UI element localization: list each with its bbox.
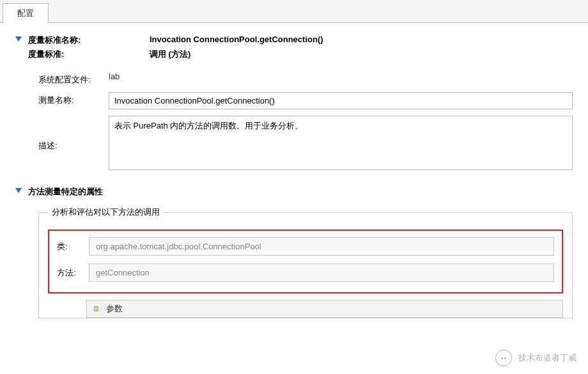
row-class: 类: xyxy=(57,237,554,256)
fieldset-legend: 分析和评估对以下方法的调用 xyxy=(48,206,164,218)
watermark-text: 技术布道者丁威 xyxy=(518,352,576,364)
measure-name-label: 测量名称: xyxy=(38,92,109,106)
content-area: 度量标准名称: Invocation ConnectionPool.getCon… xyxy=(0,23,588,318)
metric-value: 调用 (方法) xyxy=(150,49,323,60)
description-textarea[interactable] xyxy=(109,116,573,170)
params-column-label: 参数 xyxy=(106,303,123,315)
class-label: 类: xyxy=(57,241,89,253)
tab-config[interactable]: 配置 xyxy=(3,3,49,23)
metric-name-value: Invocation ConnectionPool.getConnection(… xyxy=(150,35,323,46)
method-label: 方法: xyxy=(57,267,89,279)
tab-bar: 配置 xyxy=(0,0,588,23)
system-profile-label: 系统配置文件: xyxy=(38,72,109,86)
measure-name-input[interactable] xyxy=(109,92,573,109)
row-measure-name: 测量名称: xyxy=(38,92,573,109)
row-description: 描述: xyxy=(38,116,573,172)
header-grid: 度量标准名称: Invocation ConnectionPool.getCon… xyxy=(28,35,323,60)
watermark: 技术布道者丁威 xyxy=(495,350,576,366)
row-method: 方法: xyxy=(57,263,554,282)
form-block: 系统配置文件: lab 测量名称: 描述: xyxy=(38,72,573,172)
section-title: 方法测量特定的属性 xyxy=(28,186,103,198)
section-header-method[interactable]: 方法测量特定的属性 xyxy=(15,186,573,198)
class-input[interactable] xyxy=(89,237,554,256)
method-input[interactable] xyxy=(89,263,554,282)
highlight-box: 类: 方法: xyxy=(48,230,563,293)
section-header-metric[interactable]: 度量标准名称: Invocation ConnectionPool.getCon… xyxy=(15,35,573,60)
caret-down-icon xyxy=(15,188,22,193)
params-table-header: 🗎 参数 xyxy=(86,300,563,318)
wechat-icon xyxy=(495,350,512,366)
fieldset-method-call: 分析和评估对以下方法的调用 类: 方法: 🗎 参数 xyxy=(38,206,573,318)
caret-down-icon xyxy=(15,36,22,42)
document-icon: 🗎 xyxy=(92,304,101,313)
section-method-props: 方法测量特定的属性 分析和评估对以下方法的调用 类: 方法: 🗎 参数 xyxy=(15,186,573,318)
metric-name-label: 度量标准名称: xyxy=(28,35,150,46)
description-label: 描述: xyxy=(38,116,109,152)
section-metric-standard: 度量标准名称: Invocation ConnectionPool.getCon… xyxy=(15,35,573,172)
metric-label: 度量标准: xyxy=(28,49,150,60)
row-system-profile: 系统配置文件: lab xyxy=(38,72,573,86)
system-profile-value: lab xyxy=(109,72,573,81)
